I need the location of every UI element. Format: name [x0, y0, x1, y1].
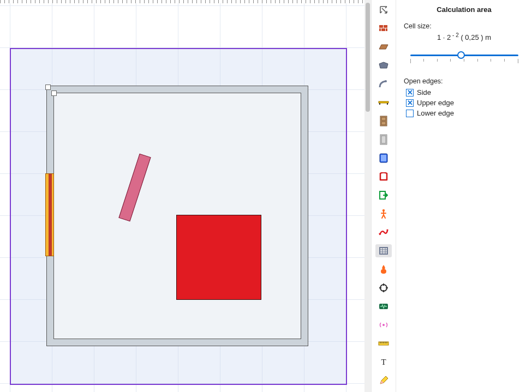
calc-area-icon[interactable] — [375, 244, 392, 257]
svg-point-29 — [382, 324, 385, 326]
svg-rect-6 — [379, 101, 388, 103]
stair-icon[interactable] — [375, 77, 392, 91]
path-icon[interactable] — [375, 226, 392, 239]
properties-panel: Calculation area Cell size: 1 · 2 - 2 ( … — [396, 0, 532, 392]
door-wood-icon[interactable] — [375, 114, 392, 128]
text-icon[interactable]: T — [375, 355, 392, 369]
cell-size-value: 1 · 2 - 2 ( 0,25 ) m — [404, 33, 524, 41]
svg-rect-18 — [380, 248, 387, 254]
svg-rect-1 — [384, 25, 387, 28]
brick-icon[interactable] — [375, 22, 392, 35]
svg-rect-8 — [387, 103, 388, 105]
svg-rect-7 — [379, 103, 380, 105]
panel-title: Calculation area — [404, 5, 524, 14]
red-square-object[interactable] — [176, 215, 261, 300]
cell-size-label: Cell size: — [404, 22, 524, 30]
object-toolbar: T — [371, 0, 396, 392]
canvas-area[interactable] — [0, 0, 371, 392]
ruler-icon[interactable] — [375, 337, 392, 350]
cell-size-slider[interactable] — [407, 51, 522, 68]
opening-icon[interactable] — [375, 170, 392, 183]
sensor-icon[interactable] — [375, 300, 392, 313]
formula-result: ( 0,25 ) m — [461, 33, 491, 41]
exit-icon[interactable] — [375, 189, 392, 202]
polygon-icon[interactable] — [375, 59, 392, 72]
lower-edge-checkbox-label: Lower edge — [417, 109, 454, 117]
slab-icon[interactable] — [375, 40, 392, 53]
side-checkbox[interactable]: ✕ — [406, 89, 414, 97]
svg-rect-0 — [379, 25, 383, 28]
person-icon[interactable] — [375, 207, 392, 220]
formula-exponent: - 2 — [451, 32, 458, 38]
target-icon[interactable] — [375, 281, 392, 294]
pencil-icon[interactable] — [375, 374, 392, 387]
upper-edge-checkbox[interactable]: ✕ — [406, 99, 414, 107]
open-edges-label: Open edges: — [404, 77, 524, 85]
side-checkbox-label: Side — [417, 88, 431, 97]
formula-base: 1 · 2 — [437, 33, 451, 41]
door-grey-icon[interactable] — [375, 133, 392, 146]
svg-point-5 — [385, 80, 387, 82]
slider-thumb[interactable] — [457, 51, 465, 59]
lower-edge-checkbox[interactable] — [406, 110, 414, 117]
select-icon[interactable] — [375, 3, 392, 16]
svg-rect-2 — [381, 28, 385, 31]
svg-rect-3 — [379, 28, 381, 31]
door-object[interactable] — [45, 173, 54, 256]
svg-text:T: T — [381, 358, 386, 366]
svg-rect-15 — [381, 155, 386, 161]
upper-edge-checkbox-label: Upper edge — [417, 99, 454, 107]
beam-icon[interactable] — [375, 96, 392, 109]
resize-handle[interactable] — [51, 91, 57, 96]
scrollbar-vertical[interactable] — [364, 0, 371, 392]
radial-icon[interactable] — [375, 318, 392, 331]
window-icon[interactable] — [375, 152, 392, 165]
svg-rect-4 — [386, 28, 387, 31]
fire-icon[interactable] — [375, 263, 392, 276]
resize-handle[interactable] — [45, 85, 51, 90]
